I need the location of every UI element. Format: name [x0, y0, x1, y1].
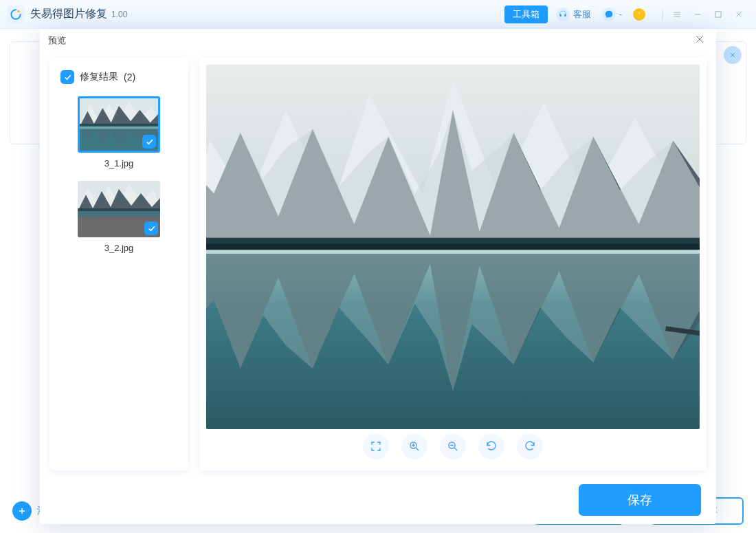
close-button[interactable]	[729, 4, 749, 25]
svg-rect-8	[80, 127, 158, 129]
feedback-label: -	[619, 9, 622, 19]
support-link[interactable]: 客服	[556, 8, 591, 21]
modal-close-button[interactable]	[691, 31, 708, 50]
coin-icon[interactable]	[633, 8, 645, 21]
preview-toolbar	[206, 429, 700, 464]
app-logo-icon	[7, 6, 25, 23]
sidebar-count: (2)	[124, 72, 135, 83]
title-bar: 失易得图片修复 1.00 工具箱 客服 -	[0, 0, 756, 29]
plus-icon	[12, 501, 32, 521]
app-title: 失易得图片修复	[30, 7, 107, 21]
maximize-button[interactable]	[708, 4, 729, 25]
thumbnail-filename: 3_1.jpg	[60, 158, 177, 168]
sidebar-header-label: 修复结果	[80, 71, 118, 83]
headset-icon	[556, 8, 570, 21]
menu-button[interactable]	[667, 4, 687, 25]
toolbox-button[interactable]: 工具箱	[504, 6, 548, 23]
select-all-checkbox[interactable]	[60, 70, 74, 84]
thumbnail-filename: 3_2.jpg	[60, 243, 177, 253]
card-close-icon[interactable]	[724, 46, 742, 64]
thumbnail-checkbox[interactable]	[142, 135, 156, 149]
preview-image[interactable]	[206, 65, 700, 429]
thumbnail-image[interactable]	[78, 96, 160, 153]
sidebar-header[interactable]: 修复结果 (2)	[60, 70, 177, 84]
rotate-left-button[interactable]	[478, 433, 504, 459]
rotate-right-button[interactable]	[517, 433, 543, 459]
divider	[662, 9, 663, 20]
feedback-link[interactable]: -	[602, 8, 622, 21]
preview-panel	[199, 58, 707, 470]
modal-title: 预览	[48, 34, 66, 47]
thumbnail-checkbox[interactable]	[144, 221, 158, 235]
result-sidebar: 修复结果 (2) 3_1.jpg	[49, 58, 188, 470]
thumbnail-item[interactable]: 3_2.jpg	[60, 181, 177, 253]
modal-footer: 保存	[40, 476, 716, 524]
support-label: 客服	[573, 8, 591, 21]
zoom-out-button[interactable]	[440, 433, 466, 459]
thumbnail-image[interactable]	[78, 181, 160, 237]
svg-point-0	[17, 10, 19, 12]
app-version: 1.00	[111, 10, 127, 19]
svg-rect-1	[715, 11, 721, 17]
chat-icon	[602, 8, 616, 21]
svg-rect-25	[206, 250, 700, 254]
modal-header: 预览	[40, 29, 716, 52]
preview-modal: 预览 修复结果 (2)	[40, 29, 716, 524]
thumbnail-item[interactable]: 3_1.jpg	[60, 96, 177, 168]
zoom-in-button[interactable]	[401, 433, 427, 459]
save-button[interactable]: 保存	[579, 484, 701, 516]
minimize-button[interactable]	[687, 4, 708, 25]
fullscreen-button[interactable]	[363, 433, 389, 459]
window-controls	[667, 4, 749, 25]
